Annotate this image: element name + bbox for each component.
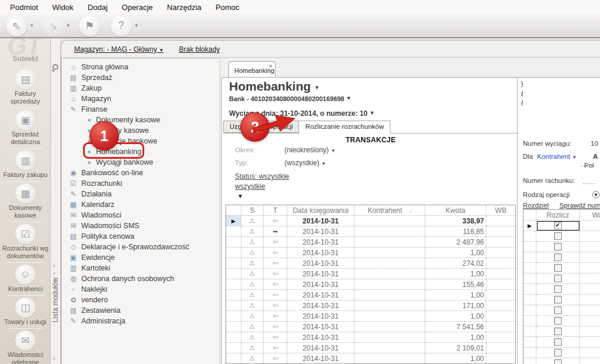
tree-item-wiadomości[interactable]: ✉Wiadomości [62,210,220,221]
tab-homebanking[interactable]: Homebanking × [228,61,276,78]
filter-dropdown-icon[interactable]: ▼ [237,193,243,199]
tree-item-zakup[interactable]: ▥Zakup [62,83,220,93]
tree-item-kalendarz[interactable]: ▦Kalendarz [62,199,220,210]
menu-item-narzędzia[interactable]: Narzędzia [161,1,208,14]
help-button[interactable]: ? [111,15,132,36]
table-row[interactable] [523,284,600,295]
tree-item-ochrona-danych-osobowych[interactable]: ◍Ochrona danych osobowych [62,273,220,284]
tree-item-polityka-cenowa[interactable]: ▤Polityka cenowa [62,231,220,242]
tree-item-magazyn[interactable]: ⌂Magazyn [62,93,220,104]
table-row[interactable] [523,337,600,348]
rozlicz-checkbox[interactable] [554,296,562,303]
status-link[interactable]: Status: wszystkie [235,172,289,181]
column-header-S[interactable]: S [241,205,264,216]
table-row[interactable]: ⚠⇦2014-10-311,00 [226,311,516,322]
subtab-rozliczanie-rozrachunk-w[interactable]: Rozliczanie rozrachunków [299,121,390,133]
tree-item-ewidencje[interactable]: ▣Ewidencje [62,252,220,263]
rozlicz-checkbox[interactable] [554,275,562,282]
tree-item-finanse[interactable]: ✎Finanse [62,104,220,115]
menu-item-operacje[interactable]: Operacje [115,1,160,14]
table-row[interactable] [523,263,600,273]
table-row[interactable] [523,252,600,263]
table-row[interactable] [523,295,600,305]
table-row[interactable] [523,316,600,326]
tree-item-działania[interactable]: ✎Działania [62,189,220,199]
status-link-2[interactable]: wszystkie [235,182,265,191]
rozlicz-checkbox[interactable] [554,349,562,356]
table-row[interactable]: ⚠⇦2014-10-311,00 [226,248,516,258]
column-header-Kontrahent[interactable]: Kontrahent∕ [354,205,425,216]
table-row[interactable] [523,326,600,337]
rozlicz-checkbox[interactable] [554,338,562,346]
table-row[interactable]: ⚠⇦2014-10-311,00 [226,332,516,343]
column-header-wa[interactable]: Wa [580,210,600,221]
table-row[interactable] [523,231,600,242]
sidebar-module-8[interactable]: ✉Wiadomości odebrane [0,329,51,364]
menu-item-podmiot[interactable]: Podmiot [4,1,45,14]
typ-dropdown[interactable]: (wszystkie) ▼ [284,159,326,167]
radio-button[interactable] [592,191,599,198]
table-row[interactable] [523,305,600,316]
rozlicz-checkbox[interactable] [554,232,562,240]
tree-item-naklejki[interactable]: ▫Naklejki [62,284,220,295]
rozlicz-checkbox[interactable] [554,317,562,325]
sidebar-module-4[interactable]: ▦Dokumenty kasowe [0,182,51,222]
rozlicz-checkbox[interactable] [554,359,562,364]
table-row[interactable]: ⚠⇦2014-10-312 109,01 [226,343,516,353]
column-header-T[interactable]: T [264,205,287,216]
table-row[interactable]: ⚠⇦2014-10-317 541,56 [226,322,516,332]
rozlicz-checkbox[interactable] [554,306,562,314]
tree-item-wyciągi-bankowe[interactable]: Wyciągi bankowe [62,157,220,168]
column-header-Data księgowania[interactable]: Data księgowania [287,205,354,216]
sidebar-module-7[interactable]: ◫Towary i usługi [0,296,51,329]
table-row[interactable]: ⚠⇦2014-10-311,00 [226,353,516,364]
table-row[interactable] [523,348,600,358]
tree-item-rozrachunki[interactable]: ☑Rozrachunki [62,178,220,189]
magazyn-link[interactable]: Magazyn: - MAG - Główny ▼ [74,45,164,54]
rozlicz-checkbox[interactable] [554,285,562,293]
column-header-WB[interactable]: WB [486,205,516,216]
table-row[interactable]: ⚠⇦2014-10-311,00 [226,269,516,279]
table-row[interactable]: ⚠⇦2014-10-31171,00 [226,300,516,311]
bank-account-selector[interactable]: Bank - 40102034080000480200169698 ▼ [229,95,352,102]
sidebar-module-1[interactable]: ▤Faktury sprzedaży [0,68,51,108]
page-title[interactable]: Homebanking ▼ [229,79,320,93]
flag-button[interactable]: ⚑ [79,15,100,36]
sidebar-module-5[interactable]: ☑Rozrachunki wg dokumentów [0,222,51,263]
panel-splitter[interactable] [517,78,518,364]
sidebar-module-6[interactable]: ☺Kontrahenci [0,263,51,296]
tree-item-deklaracje-i-e-sprawozdawczość[interactable]: ◇Deklaracje i e-Sprawozdawczość [62,242,220,252]
tree-item-raporty-kasowe[interactable]: Raporty kasowe [62,125,220,136]
column-header-rozlicz[interactable]: Rozlicz [536,210,580,221]
dla-dropdown[interactable]: Kontrahent ▼ [537,153,576,160]
brak-blokady-link[interactable]: Brak blokady [179,45,220,54]
sidebar-module-2[interactable]: ▣Sprzedaż detaliczna [0,108,51,149]
table-row[interactable] [523,358,600,364]
table-row[interactable]: ⚠⇦2014-10-311,00 [226,290,516,300]
sidebar-module-3[interactable]: ▥Faktury zakupu [0,149,51,182]
rozlicz-checkbox[interactable] [554,264,562,272]
rozlicz-checkbox[interactable] [554,253,562,261]
table-row[interactable] [523,273,600,284]
rozlicz-checkbox[interactable] [554,243,562,251]
back-arrow-button[interactable]: ⇖ [6,15,27,36]
tree-item-zestawienia[interactable]: ▤Zestawienia [62,305,220,316]
close-icon[interactable]: × [269,62,273,69]
tree-item-kartoteki[interactable]: ▥Kartoteki [62,263,220,273]
rozdziel-link[interactable]: Rozdziel [523,202,549,209]
sprawdz-link[interactable]: Sprawdź nume [559,202,600,209]
tree-item-sprzedaż[interactable]: ▤Sprzedaż [62,72,220,83]
tree-item-bankowość-on-line[interactable]: ◉Bankowość on-line [62,168,220,178]
tree-item-wiadomości-sms[interactable]: ✉Wiadomości SMS [62,221,220,231]
table-row[interactable]: ⚠➡2014-10-31116,85 [226,226,516,237]
table-row[interactable]: ⚠⇦2014-10-312 487,96 [226,237,516,248]
table-row[interactable]: ⚠⇦2014-10-31274,02 [226,258,516,269]
column-header-Kwota[interactable]: Kwota [425,205,486,216]
menu-item-dodaj[interactable]: Dodaj [81,1,114,14]
tree-item-dokumenty-kasowe[interactable]: Dokumenty kasowe [62,115,220,125]
tree-item-vendero[interactable]: ✿vendero [62,295,220,305]
rozlicz-checkbox[interactable] [554,328,562,335]
table-row[interactable]: ▶ [523,221,600,231]
rozlicz-checkbox[interactable] [554,222,562,229]
table-row[interactable] [523,242,600,252]
